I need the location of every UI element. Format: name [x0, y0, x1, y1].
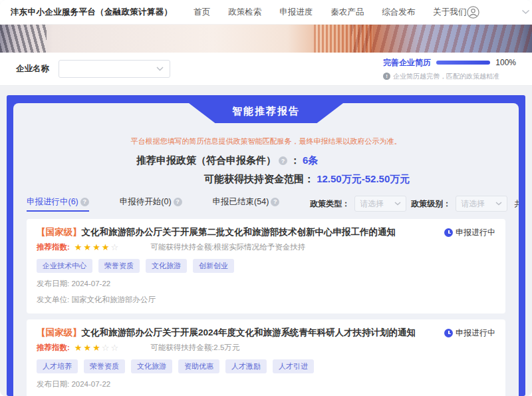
policy-tags: 人才培养 荣誉资质 文化旅游 资助优惠 人才激励 人才引进: [37, 359, 495, 373]
publish-date-row: 发布日期: 2024-07-22: [37, 279, 495, 289]
policy-tag[interactable]: 文化旅游: [146, 259, 187, 273]
nav-item-home[interactable]: 首页: [194, 7, 210, 18]
star-filled-icon: ★: [92, 242, 102, 252]
policy-status-text: 申报进行中: [456, 227, 495, 238]
fund-range-label: 可能获得扶持资金范围：: [204, 173, 314, 184]
policy-card-list: 【国家级】文化和旅游部办公厅关于开展第二批文化和旅游部技术创新中心申报工作的通知…: [27, 219, 505, 396]
policy-title[interactable]: 【国家级】文化和旅游部办公厅关于开展2024年度文化和旅游系统青年科研人才扶持计…: [37, 327, 424, 339]
policy-tag[interactable]: 荣誉资质: [98, 259, 140, 273]
policy-card[interactable]: 【国家级】文化和旅游部办公厅关于开展第二批文化和旅游部技术创新中心申报工作的通知…: [27, 219, 505, 313]
tab-in-progress[interactable]: 申报进行中(6): [27, 196, 89, 212]
policy-tag[interactable]: 人才激励: [225, 359, 267, 373]
policy-card[interactable]: 【国家级】文化和旅游部办公厅关于开展2024年度文化和旅游系统青年科研人才扶持计…: [27, 319, 505, 396]
total-prefix: 共: [514, 199, 519, 208]
user-avatar-icon[interactable]: [466, 5, 480, 19]
clock-icon: [444, 228, 453, 237]
star-filled-icon: ★: [92, 343, 102, 353]
chevron-down-icon[interactable]: [521, 9, 530, 15]
policy-tag[interactable]: 荣誉资质: [84, 359, 125, 373]
top-navbar: 沣东中小企业服务平台（金融政策计算器） 首页 政策检索 申报进度 秦农产品 综合…: [0, 0, 532, 25]
recommend-index-label: 推荐指数:: [37, 242, 70, 252]
policy-tags: 企业技术中心 荣誉资质 文化旅游 创新创业: [37, 259, 495, 273]
nav-item-qin-nong-products[interactable]: 秦农产品: [331, 7, 364, 18]
question-icon[interactable]: [80, 198, 89, 206]
policy-status: 申报进行中: [444, 226, 495, 238]
fund-amount-label: 可能获得扶持金额:: [150, 242, 213, 252]
star-empty-icon: ☆: [102, 343, 111, 353]
main-nav: 首页 政策检索 申报进度 秦农产品 综合发布 关于我们: [194, 7, 466, 18]
question-icon[interactable]: [279, 156, 287, 165]
policy-tag[interactable]: 人才引进: [273, 359, 314, 373]
tab-not-started[interactable]: 申报待开始(0): [120, 196, 182, 212]
policy-count-label: 推荐申报政策（符合申报条件）: [136, 154, 276, 167]
recommend-index-label: 推荐指数:: [37, 343, 70, 353]
smart-report-body: 智能推荐报告 平台根据您填写的简历信息提供政策智能匹配服务，最终申报结果以政府公…: [13, 103, 519, 396]
policy-level-select[interactable]: 请选择: [456, 196, 507, 212]
profile-hint-text: 企业简历越完善，匹配的政策越精准: [393, 72, 499, 81]
policy-tag[interactable]: 文化旅游: [131, 359, 172, 373]
info-icon: [383, 73, 390, 80]
star-filled-icon: ★: [102, 242, 111, 252]
profile-progress-bar: [436, 61, 490, 65]
policy-level-label: 政策级别：: [411, 198, 451, 210]
question-icon[interactable]: [271, 198, 279, 206]
total-policy-count: 共6条政策: [514, 198, 519, 210]
nav-item-declare-progress[interactable]: 申报进度: [279, 7, 313, 18]
policy-count-colon: ：: [290, 154, 300, 167]
policy-count-value: 6条: [303, 154, 318, 167]
filters: 政策类型： 请选择 政策级别： 请选择 共6条政策: [310, 196, 519, 212]
select-placeholder: 请选择: [360, 198, 384, 210]
tabs-and-filters-row: 申报进行中(6) 申报待开始(0) 申报已结束(54) 政策类型： 请选择: [27, 196, 505, 212]
clock-icon: [444, 329, 453, 337]
brand-title: 沣东中小企业服务平台（金融政策计算器）: [11, 7, 172, 18]
tab-ended[interactable]: 申报已结束(54): [213, 196, 280, 212]
company-profile-progress: 完善企业简历 100% 企业简历越完善，匹配的政策越精准: [383, 57, 516, 81]
star-filled-icon: ★: [84, 343, 93, 353]
company-name-select[interactable]: [59, 60, 170, 78]
publish-date-label: 发布日期:: [37, 280, 69, 288]
policy-type-label: 政策类型：: [310, 198, 350, 210]
policy-status: 申报进行中: [444, 327, 495, 339]
fund-amount-value: 2.5万元: [213, 343, 239, 353]
star-filled-icon: ★: [74, 242, 84, 252]
nav-item-policy-search[interactable]: 政策检索: [228, 7, 261, 18]
star-filled-icon: ★: [84, 242, 93, 252]
fund-range-value: 12.50万元-52.50万元: [317, 173, 410, 184]
hero-banner-image: [0, 25, 532, 53]
banner-building-left: [0, 25, 47, 53]
fund-amount-value: 根据实际情况给予资金扶持: [213, 242, 305, 252]
star-empty-icon: ☆: [110, 343, 120, 353]
fund-range-line: 可能获得扶持资金范围： 12.50万元-52.50万元: [204, 173, 410, 186]
navbar-right: [466, 5, 532, 19]
policy-tag[interactable]: 创新创业: [193, 259, 234, 273]
publish-date-label: 发布日期:: [37, 380, 69, 388]
nav-item-comprehensive-release[interactable]: 综合发布: [382, 7, 415, 18]
policy-level-badge: 【国家级】: [37, 227, 82, 237]
policy-title-text: 文化和旅游部办公厅关于开展第二批文化和旅游部技术创新中心申报工作的通知: [82, 227, 396, 237]
policy-type-select[interactable]: 请选择: [354, 196, 406, 212]
policy-tag[interactable]: 资助优惠: [178, 359, 219, 373]
company-toolbar: 企业名称 完善企业简历 100% 企业简历越完善，匹配的政策越精准: [0, 53, 532, 86]
issuer-value: 国家文化和旅游部办公厅: [71, 296, 156, 303]
tab-label: 申报进行中(6): [27, 196, 78, 208]
policy-title[interactable]: 【国家级】文化和旅游部办公厅关于开展第二批文化和旅游部技术创新中心申报工作的通知: [37, 226, 404, 238]
policy-tag[interactable]: 人才培养: [37, 359, 78, 373]
tab-label: 申报待开始(0): [120, 196, 172, 208]
fund-amount-label: 可能获得扶持金额:: [150, 343, 213, 353]
policy-count-line: 推荐申报政策（符合申报条件） ： 6条: [136, 154, 318, 167]
tab-label: 申报已结束(54): [213, 196, 269, 208]
profile-progress-label[interactable]: 完善企业简历: [383, 57, 431, 69]
profile-progress-percent: 100%: [495, 58, 516, 67]
policy-title-text: 文化和旅游部办公厅关于开展2024年度文化和旅游系统青年科研人才扶持计划的通知: [82, 327, 416, 337]
issuer-row: 发文单位: 国家文化和旅游部办公厅: [37, 295, 495, 305]
policy-tag[interactable]: 企业技术中心: [37, 259, 92, 273]
question-icon[interactable]: [174, 198, 182, 206]
panel-title: 智能推荐报告: [232, 103, 300, 119]
banner-building-right: [351, 25, 532, 53]
star-rating: ★★★★☆: [74, 242, 120, 252]
select-placeholder: 请选择: [461, 198, 485, 210]
issuer-label: 发文单位:: [37, 296, 69, 303]
page: 沣东中小企业服务平台（金融政策计算器） 首页 政策检索 申报进度 秦农产品 综合…: [0, 0, 532, 396]
nav-item-about-us[interactable]: 关于我们: [433, 7, 466, 18]
company-name-label: 企业名称: [16, 63, 49, 75]
